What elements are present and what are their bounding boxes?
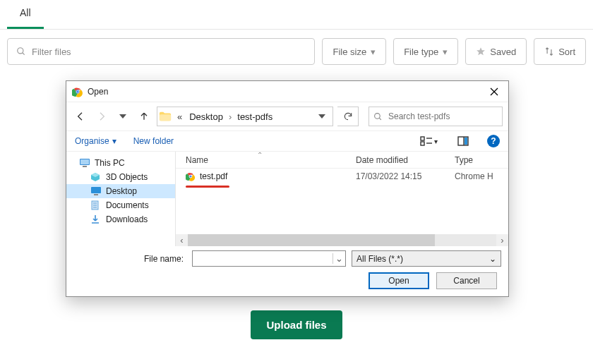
this-pc-icon — [79, 158, 90, 168]
svg-line-1 — [23, 53, 25, 55]
tree-desktop[interactable]: Desktop — [66, 184, 175, 198]
breadcrumb-test-pdfs[interactable]: test-pdfs — [233, 111, 277, 122]
tabs-bar: All — [0, 0, 593, 30]
svg-point-5 — [76, 90, 78, 92]
tree-label: Desktop — [106, 186, 137, 196]
chevron-down-icon: ⌄ — [489, 254, 496, 264]
tree-label: Downloads — [106, 214, 148, 224]
address-dropdown[interactable] — [313, 113, 331, 120]
filename-label: File name: — [73, 254, 186, 264]
breadcrumb-prefix: « — [174, 111, 185, 122]
svg-point-0 — [18, 48, 23, 54]
dialog-title: Open — [88, 87, 483, 97]
file-size-label: File size — [333, 47, 366, 57]
folder-icon — [159, 111, 172, 122]
tree-this-pc[interactable]: This PC — [66, 156, 175, 170]
filter-input-wrap[interactable]: Filter files — [7, 38, 315, 65]
file-type-selected: All Files (*.*) — [357, 254, 403, 264]
star-icon — [476, 47, 486, 56]
close-button[interactable] — [483, 85, 505, 99]
upload-files-button[interactable]: Upload files — [251, 310, 342, 339]
filename-dropdown[interactable]: ⌄ — [333, 253, 345, 264]
view-mode-button[interactable]: ▾ — [419, 135, 439, 147]
chevron-right-icon: › — [227, 111, 233, 122]
file-type-label: File type — [404, 47, 438, 57]
back-button[interactable] — [72, 108, 89, 125]
address-bar[interactable]: « Desktop › test-pdfs — [157, 107, 333, 126]
up-button[interactable] — [136, 108, 152, 125]
chevron-down-icon: ▾ — [371, 47, 376, 57]
svg-rect-25 — [91, 187, 101, 193]
tree-label: 3D Objects — [106, 172, 148, 182]
tree-3d-objects[interactable]: 3D Objects — [66, 170, 175, 184]
svg-rect-22 — [83, 166, 87, 167]
sort-label: Sort — [558, 47, 575, 57]
annotation-underline — [186, 186, 229, 188]
cancel-button[interactable]: Cancel — [436, 272, 497, 289]
horizontal-scrollbar[interactable]: ‹ › — [176, 234, 508, 246]
open-button[interactable]: Open — [369, 272, 429, 289]
filter-placeholder: Filter files — [32, 47, 71, 57]
file-name: test.pdf — [200, 171, 227, 181]
file-row[interactable]: test.pdf 17/03/2022 14:15 Chrome H — [176, 169, 508, 184]
svg-rect-13 — [421, 137, 424, 140]
file-type-filter[interactable]: File type ▾ — [393, 38, 458, 65]
sort-icon — [544, 47, 554, 56]
svg-marker-10 — [318, 114, 325, 119]
file-list-area: ⌃ Name Date modified Type test.pdf 17/03… — [176, 152, 508, 246]
refresh-button[interactable] — [337, 107, 359, 126]
tree-downloads[interactable]: Downloads — [66, 212, 175, 226]
sort-button[interactable]: Sort — [534, 38, 586, 65]
help-button[interactable]: ? — [487, 135, 500, 147]
file-size-filter[interactable]: File size ▾ — [322, 38, 386, 65]
search-icon — [373, 112, 383, 121]
filename-input[interactable] — [193, 254, 333, 264]
scroll-right-button[interactable]: › — [496, 234, 508, 246]
scroll-track[interactable] — [188, 234, 496, 246]
file-rows: test.pdf 17/03/2022 14:15 Chrome H — [176, 169, 508, 234]
forward-button[interactable] — [93, 108, 110, 125]
file-type-select[interactable]: All Files (*.*) ⌄ — [352, 250, 501, 267]
preview-pane-button[interactable] — [456, 135, 470, 147]
saved-label: Saved — [490, 47, 516, 57]
tree-documents[interactable]: Documents — [66, 198, 175, 212]
organise-menu[interactable]: Organise ▾ — [75, 136, 116, 146]
filename-combo[interactable]: ⌄ — [192, 250, 346, 267]
command-bar: Organise ▾ New folder ▾ ? — [66, 131, 508, 152]
svg-point-33 — [189, 175, 191, 177]
file-date: 17/03/2022 14:15 — [356, 171, 455, 181]
file-open-dialog: Open « Desktop › test-pdfs — [66, 80, 509, 297]
column-headers: ⌃ Name Date modified Type — [176, 152, 508, 169]
search-input[interactable] — [387, 111, 498, 122]
svg-marker-8 — [119, 114, 126, 119]
svg-marker-2 — [477, 47, 485, 55]
column-name[interactable]: Name — [176, 155, 356, 165]
column-date[interactable]: Date modified — [356, 155, 455, 165]
chrome-icon — [186, 171, 196, 181]
saved-filter[interactable]: Saved — [465, 38, 527, 65]
dialog-footer: File name: ⌄ All Files (*.*) ⌄ Open Canc… — [66, 246, 508, 296]
svg-rect-14 — [421, 142, 424, 145]
chevron-down-icon: ▾ — [112, 136, 116, 146]
search-box[interactable] — [369, 107, 503, 126]
toolbar: Filter files File size ▾ File type ▾ Sav… — [0, 30, 593, 73]
svg-rect-19 — [465, 138, 467, 145]
svg-line-12 — [379, 118, 381, 120]
chrome-icon — [72, 86, 83, 97]
file-type: Chrome H — [455, 171, 508, 181]
titlebar: Open — [66, 81, 508, 102]
new-folder-button[interactable]: New folder — [133, 136, 174, 146]
column-type[interactable]: Type — [455, 155, 508, 165]
nav-row: « Desktop › test-pdfs — [66, 102, 508, 131]
recent-locations-button[interactable] — [114, 108, 131, 125]
scroll-thumb[interactable] — [188, 234, 435, 246]
chevron-down-icon: ▾ — [443, 47, 448, 57]
organise-label: Organise — [75, 136, 109, 146]
svg-rect-21 — [80, 159, 89, 164]
cube-icon — [90, 172, 102, 182]
chevron-down-icon: ▾ — [434, 138, 438, 145]
tab-all[interactable]: All — [7, 0, 44, 29]
desktop-icon — [90, 186, 102, 196]
breadcrumb-desktop[interactable]: Desktop — [185, 111, 227, 122]
scroll-left-button[interactable]: ‹ — [176, 234, 188, 246]
